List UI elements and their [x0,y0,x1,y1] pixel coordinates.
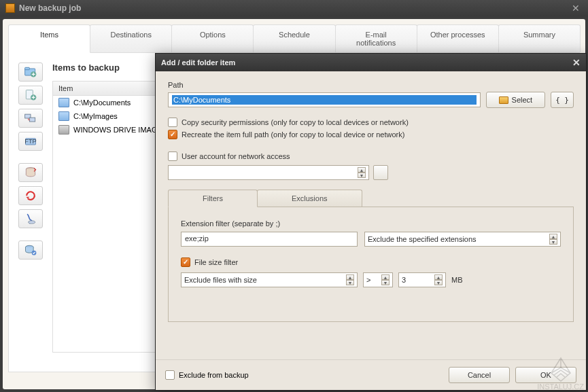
app-icon [5,3,15,13]
size-unit-label: MB [451,276,463,284]
spinner-icon[interactable]: ▲▼ [346,274,354,285]
select-label: Select [512,96,533,104]
size-mode-value: Exclude files with size [184,276,257,284]
path-field[interactable] [172,95,477,105]
folder-icon [58,111,69,121]
tab-options[interactable]: Options [171,24,254,52]
size-value: 3 [402,276,406,284]
braces-icon: { } [555,96,569,105]
tab-exclusions[interactable]: Exclusions [257,190,362,207]
main-titlebar: New backup job ✕ [0,0,588,16]
edit-folder-dialog: Add / edit folder item ✕ Path Select { }… [155,53,587,391]
add-network-button[interactable] [18,109,43,128]
tab-email[interactable]: E-mail notifications [335,24,417,52]
tab-other[interactable]: Other processes [417,24,499,52]
dialog-close-icon[interactable]: ✕ [572,57,581,68]
user-account-combo[interactable]: ▲▼ [168,165,369,180]
item-label: WINDOWS DRIVE IMAGE [73,126,162,134]
ok-button[interactable]: OK [515,367,576,383]
add-script-button[interactable] [18,209,43,228]
folder-icon [499,96,508,104]
file-size-filter-label: File size filter [194,258,238,266]
items-toolbar: FTP [18,63,47,362]
size-mode-combo[interactable]: Exclude files with size▲▼ [181,272,358,287]
sub-tabs: Filters Exclusions [168,190,574,207]
size-value-input[interactable]: 3▲▼ [398,272,446,287]
item-label: C:\MyImages [73,112,118,120]
main-tabs: Items Destinations Options Schedule E-ma… [8,24,580,53]
path-input[interactable] [168,92,481,107]
exclude-from-backup-checkbox[interactable] [165,370,175,380]
add-db-button[interactable] [18,163,43,182]
file-size-filter-checkbox[interactable] [181,257,190,267]
extension-mode-value: Exclude the specified extensions [368,235,477,243]
tab-destinations[interactable]: Destinations [90,24,172,52]
extension-value: exe;zip [185,234,209,243]
tab-schedule[interactable]: Schedule [253,24,335,52]
user-account-checkbox[interactable] [168,152,177,161]
copy-permissions-label: Copy security permissions (only for copy… [181,118,409,126]
recreate-path-checkbox[interactable] [168,130,177,139]
path-label: Path [168,81,574,89]
recreate-path-label: Recreate the item full path (only for co… [181,130,404,139]
filters-panel: Extension filter (separate by ;) exe;zip… [168,207,574,322]
svg-rect-6 [29,118,35,122]
tab-summary[interactable]: Summary [498,24,581,52]
user-account-label: User account for network access [181,152,290,160]
spinner-icon[interactable]: ▲▼ [549,234,557,245]
exclude-from-backup-label: Exclude from backup [179,371,249,379]
add-ftp-button[interactable]: FTP [18,132,43,151]
add-folder-button[interactable] [18,63,43,82]
select-button[interactable]: Select [486,92,546,108]
svg-rect-1 [25,67,30,69]
size-op-value: > [366,276,370,284]
close-icon[interactable]: ✕ [569,3,583,14]
extension-filter-label: Extension filter (separate by ;) [181,219,561,228]
dialog-body: Path Select { } Copy security permission… [156,71,586,359]
size-op-combo[interactable]: >▲▼ [363,272,393,287]
tab-filters[interactable]: Filters [168,190,258,207]
add-disk-button[interactable] [18,240,43,260]
copy-permissions-checkbox[interactable] [168,118,177,127]
item-label: C:\MyDocuments [73,99,131,107]
spinner-icon[interactable]: ▲▼ [381,274,390,285]
folder-icon [58,98,69,107]
disk-icon [58,125,69,135]
dialog-title: Add / edit folder item [161,58,572,67]
tab-items[interactable]: Items [8,24,90,53]
svg-text:FTP: FTP [24,138,36,145]
spinner-icon[interactable]: ▲▼ [358,167,366,178]
user-account-edit-button[interactable] [373,165,388,180]
dialog-titlebar: Add / edit folder item ✕ [156,54,586,71]
variables-button[interactable]: { } [551,92,574,108]
add-file-button[interactable] [18,86,43,105]
spinner-icon[interactable]: ▲▼ [434,274,443,285]
cancel-button[interactable]: Cancel [449,367,510,383]
dialog-footer: Exclude from backup Cancel OK [156,359,586,390]
extension-mode-combo[interactable]: Exclude the specified extensions▲▼ [364,232,561,247]
window-title: New backup job [19,3,569,13]
add-loop-button[interactable] [18,186,43,205]
extension-filter-input[interactable]: exe;zip [181,232,358,247]
svg-point-10 [29,221,35,224]
